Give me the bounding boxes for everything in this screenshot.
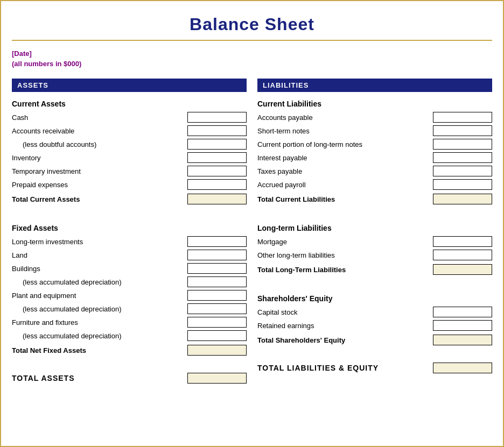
inventory-label: Inventory <box>12 154 187 162</box>
capital-stock-input[interactable] <box>433 307 492 317</box>
buildings-input[interactable] <box>187 263 247 274</box>
list-item: Accounts receivable <box>12 125 247 137</box>
cash-label: Cash <box>12 113 187 122</box>
less-accum-dep-2-label: (less accumulated depreciation) <box>12 305 187 313</box>
prepaid-expenses-input[interactable] <box>187 179 247 190</box>
less-accum-dep-2-input[interactable] <box>187 303 247 314</box>
longterm-liabilities-title: Long-term Liabilities <box>257 224 492 232</box>
current-assets-title: Current Assets <box>12 100 247 108</box>
accounts-payable-input[interactable] <box>433 112 492 123</box>
list-item: Plant and equipment <box>12 289 247 301</box>
total-current-liabilities-label: Total Current Liabilities <box>257 195 433 203</box>
total-assets-label: TOTAL ASSETS <box>12 374 75 382</box>
total-longterm-row: Total Long-Term Liabilities <box>257 263 492 276</box>
assets-column: ASSETS Current Assets Cash Accounts rece… <box>12 79 247 384</box>
accounts-receivable-input[interactable] <box>187 125 247 136</box>
interest-payable-label: Interest payable <box>257 154 433 162</box>
list-item: Taxes payable <box>257 165 492 177</box>
total-equity-input[interactable] <box>433 335 492 345</box>
list-item: Inventory <box>12 152 247 164</box>
cash-input[interactable] <box>187 112 247 123</box>
main-content: ASSETS Current Assets Cash Accounts rece… <box>12 79 492 384</box>
inventory-input[interactable] <box>187 152 247 163</box>
total-longterm-input[interactable] <box>433 264 492 275</box>
plant-equipment-label: Plant and equipment <box>12 292 187 300</box>
mortgage-input[interactable] <box>433 236 492 247</box>
total-equity-row: Total Shareholders' Equity <box>257 334 492 346</box>
mortgage-label: Mortgage <box>257 238 433 246</box>
total-equity-label: Total Shareholders' Equity <box>257 336 433 344</box>
taxes-payable-label: Taxes payable <box>257 167 433 175</box>
current-portion-label: Current portion of long-term notes <box>257 140 433 148</box>
list-item: Accrued payroll <box>257 179 492 190</box>
capital-stock-label: Capital stock <box>257 308 433 316</box>
plant-equipment-input[interactable] <box>187 290 247 301</box>
furniture-fixtures-label: Furniture and fixtures <box>12 318 187 327</box>
list-item: Land <box>12 249 247 261</box>
total-longterm-label: Total Long-Term Liabilities <box>257 266 433 274</box>
total-fixed-assets-label: Total Net Fixed Assets <box>12 346 187 354</box>
list-item: (less accumulated depreciation) <box>12 330 247 342</box>
list-item: Buildings <box>12 262 247 274</box>
list-item: (less accumulated depreciation) <box>12 276 247 288</box>
total-current-assets-input[interactable] <box>187 194 247 204</box>
total-assets-row: TOTAL ASSETS <box>12 367 247 384</box>
temporary-investment-input[interactable] <box>187 166 247 176</box>
total-fixed-assets-row: Total Net Fixed Assets <box>12 344 247 357</box>
list-item: Interest payable <box>257 152 492 164</box>
retained-earnings-input[interactable] <box>433 320 492 331</box>
total-current-assets-row: Total Current Assets <box>12 193 247 205</box>
list-item: Accounts payable <box>257 111 492 123</box>
furniture-fixtures-input[interactable] <box>187 317 247 328</box>
list-item: (less accumulated depreciation) <box>12 303 247 315</box>
less-accum-dep-3-input[interactable] <box>187 330 247 341</box>
short-term-notes-label: Short-term notes <box>257 127 433 135</box>
accrued-payroll-input[interactable] <box>433 179 492 190</box>
assets-header: ASSETS <box>12 79 247 92</box>
date-label: [Date] <box>12 46 492 60</box>
buildings-label: Buildings <box>12 265 187 273</box>
other-longterm-input[interactable] <box>433 250 492 260</box>
list-item: Retained earnings <box>257 320 492 331</box>
list-item: Prepaid expenses <box>12 179 247 190</box>
total-liabilities-equity-row: TOTAL LIABILITIES & EQUITY <box>257 357 492 373</box>
page-container: Balance Sheet [Date] (all numbers in $00… <box>1 1 503 394</box>
list-item: Short-term notes <box>257 125 492 137</box>
other-longterm-label: Other long-term liabilities <box>257 251 433 259</box>
less-doubtful-input[interactable] <box>187 139 247 150</box>
list-item: Cash <box>12 111 247 123</box>
list-item: Temporary investment <box>12 165 247 177</box>
less-accum-dep-1-label: (less accumulated depreciation) <box>12 278 187 286</box>
list-item: Mortgage <box>257 236 492 247</box>
less-accum-dep-1-input[interactable] <box>187 276 247 287</box>
page-title: Balance Sheet <box>12 15 492 34</box>
current-liabilities-title: Current Liabilities <box>257 100 492 108</box>
accounts-receivable-label: Accounts receivable <box>12 127 187 135</box>
total-current-liabilities-row: Total Current Liabilities <box>257 193 492 205</box>
interest-payable-input[interactable] <box>433 152 492 163</box>
accounts-payable-label: Accounts payable <box>257 113 433 122</box>
liabilities-column: LIABILITIES Current Liabilities Accounts… <box>257 79 492 384</box>
long-term-investments-label: Long-term investments <box>12 238 187 246</box>
list-item: Long-term investments <box>12 236 247 247</box>
long-term-investments-input[interactable] <box>187 236 247 247</box>
less-doubtful-label: (less doubtful accounts) <box>12 140 187 148</box>
land-input[interactable] <box>187 250 247 260</box>
land-label: Land <box>12 251 187 259</box>
current-portion-input[interactable] <box>433 139 492 150</box>
fixed-assets-title: Fixed Assets <box>12 224 247 232</box>
liabilities-header: LIABILITIES <box>257 79 492 92</box>
taxes-payable-input[interactable] <box>433 166 492 176</box>
retained-earnings-label: Retained earnings <box>257 322 433 330</box>
short-term-notes-input[interactable] <box>433 125 492 136</box>
total-fixed-assets-input[interactable] <box>187 345 247 356</box>
total-liabilities-equity-input[interactable] <box>433 363 492 373</box>
list-item: (less doubtful accounts) <box>12 138 247 150</box>
total-current-liabilities-input[interactable] <box>433 194 492 204</box>
list-item: Furniture and fixtures <box>12 316 247 328</box>
total-liabilities-equity-label: TOTAL LIABILITIES & EQUITY <box>257 364 379 372</box>
temporary-investment-label: Temporary investment <box>12 167 187 175</box>
equity-title: Shareholders' Equity <box>257 294 492 303</box>
total-assets-input[interactable] <box>187 373 247 384</box>
total-current-assets-label: Total Current Assets <box>12 195 187 203</box>
